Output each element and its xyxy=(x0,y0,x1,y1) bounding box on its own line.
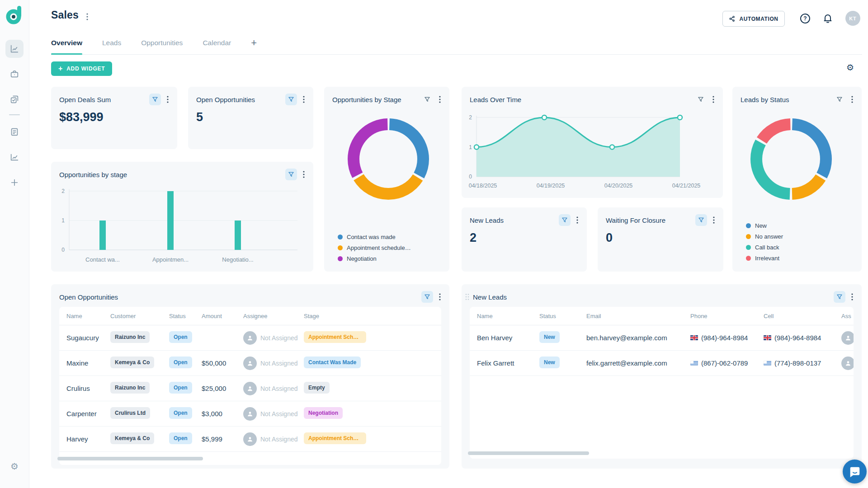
column-header[interactable]: Cell xyxy=(764,313,841,319)
widget-menu-kebab-icon[interactable] xyxy=(848,291,856,303)
filter-icon[interactable] xyxy=(285,94,297,105)
unassigned-avatar xyxy=(243,357,257,370)
filter-icon[interactable] xyxy=(695,94,707,105)
tab-overview[interactable]: Overview xyxy=(51,32,82,54)
column-header[interactable]: Phone xyxy=(690,313,764,319)
widget-menu-kebab-icon[interactable] xyxy=(164,94,172,105)
line-chart-icon xyxy=(9,152,19,162)
data-point[interactable] xyxy=(542,115,547,120)
sidebar-item-reports[interactable] xyxy=(5,123,24,141)
table-row[interactable]: Carpenter Crulirus Ltd Open $3,000 Not A… xyxy=(59,401,441,427)
lead-email: felix.garrett@example.com xyxy=(586,359,690,367)
add-widget-button[interactable]: + ADD WIDGET xyxy=(51,61,112,76)
data-point[interactable] xyxy=(474,145,479,150)
widget-menu-kebab-icon[interactable] xyxy=(436,94,444,105)
filter-icon[interactable] xyxy=(834,291,845,303)
page-title-menu-kebab-icon[interactable] xyxy=(83,11,91,23)
table-row[interactable]: Maxine Kemeya & Co Open $50,000 Not Assi… xyxy=(59,351,441,376)
bar[interactable] xyxy=(167,191,174,250)
legend-item[interactable]: Call back xyxy=(746,244,783,251)
widget-menu-kebab-icon[interactable] xyxy=(436,291,444,303)
legend-item[interactable]: Negotiation xyxy=(338,255,411,262)
legend-item[interactable]: No answer xyxy=(746,233,783,240)
data-point[interactable] xyxy=(678,115,682,120)
legend-item[interactable]: Irrelevant xyxy=(746,255,783,262)
column-header[interactable]: Amount xyxy=(202,313,243,319)
column-header[interactable]: Assignee xyxy=(243,313,304,319)
horizontal-scrollbar[interactable] xyxy=(468,451,589,455)
bar[interactable] xyxy=(235,221,241,250)
share-icon xyxy=(729,15,736,22)
widget-menu-kebab-icon[interactable] xyxy=(300,94,308,105)
widget-menu-kebab-icon[interactable] xyxy=(848,94,856,105)
legend-item[interactable]: Contact was made xyxy=(338,234,411,240)
assignee-cell: Not Assigned xyxy=(243,357,304,370)
automation-button[interactable]: AUTOMATION xyxy=(722,11,785,27)
filter-icon[interactable] xyxy=(421,291,433,303)
table-row[interactable]: Crulirus Raizuno Inc Open $25,000 Not As… xyxy=(59,376,441,401)
legend-item[interactable]: New xyxy=(746,222,783,229)
filter-icon[interactable] xyxy=(559,214,571,226)
chart-legend: New No answer Call back Irrelevant xyxy=(746,222,783,262)
settings-gear-icon[interactable]: ⚙ xyxy=(5,457,24,475)
sidebar-item-add[interactable] xyxy=(5,174,24,192)
svg-text:?: ? xyxy=(803,15,807,22)
column-header[interactable]: Status xyxy=(169,313,202,319)
table-header-row: NameStatusEmailPhoneCellAss xyxy=(470,307,854,325)
tab-leads[interactable]: Leads xyxy=(102,32,121,54)
dashboard-settings-gear-icon[interactable]: ⚙ xyxy=(846,62,854,73)
column-header[interactable]: Status xyxy=(539,313,586,319)
lead-phone: (867)-062-0789 xyxy=(690,359,764,367)
column-header[interactable]: Email xyxy=(586,313,690,319)
drag-handle-icon[interactable] xyxy=(465,293,469,300)
chat-launcher-button[interactable] xyxy=(843,460,867,483)
column-header[interactable]: Ass xyxy=(841,313,854,319)
table-row[interactable]: Felix Garrett New felix.garrett@example.… xyxy=(470,351,854,376)
filter-icon[interactable] xyxy=(149,94,161,105)
svg-text:1: 1 xyxy=(61,217,65,224)
filter-icon[interactable] xyxy=(834,94,845,105)
horizontal-scrollbar[interactable] xyxy=(57,457,203,460)
table-row[interactable]: Harvey Kemeya & Co Open $5,999 Not Assig… xyxy=(59,427,441,452)
tab-opportunities[interactable]: Opportunities xyxy=(141,32,183,54)
status-chip: Open xyxy=(169,407,192,419)
unassigned-avatar xyxy=(243,407,257,421)
sidebar-item-analytics[interactable] xyxy=(5,148,24,166)
table-row[interactable]: Ben Harvey New ben.harvey@example.com (9… xyxy=(470,325,854,351)
widget-title: Waiting For Closure xyxy=(606,216,695,224)
filter-icon[interactable] xyxy=(695,214,707,226)
widget-new-leads-count: New Leads 2 xyxy=(462,207,587,272)
svg-text:0: 0 xyxy=(469,174,472,180)
help-icon[interactable]: ? xyxy=(799,13,811,24)
widget-title: Open Deals Sum xyxy=(59,96,149,103)
svg-text:04/20/2025: 04/20/2025 xyxy=(604,183,633,189)
add-tab-button[interactable]: + xyxy=(251,38,257,48)
unassigned-avatar xyxy=(243,382,257,395)
widget-menu-kebab-icon[interactable] xyxy=(573,214,581,226)
sidebar-item-dashboard[interactable] xyxy=(5,40,24,58)
widget-menu-kebab-icon[interactable] xyxy=(710,214,718,226)
widget-title: Leads Over Time xyxy=(470,96,695,103)
legend-item[interactable]: Appointment schedule… xyxy=(338,244,411,251)
widget-menu-kebab-icon[interactable] xyxy=(709,94,717,105)
sidebar-item-deals[interactable] xyxy=(5,65,24,83)
data-point[interactable] xyxy=(610,145,614,150)
filter-icon[interactable] xyxy=(421,94,433,105)
notifications-bell-icon[interactable] xyxy=(822,13,834,24)
sidebar-item-activities[interactable] xyxy=(5,90,24,108)
tab-bar: OverviewLeadsOpportunitiesCalendar + xyxy=(51,32,862,55)
column-header[interactable]: Stage xyxy=(304,313,434,319)
assignee-cell: Not Assigned xyxy=(243,331,304,345)
bar[interactable] xyxy=(99,221,106,250)
open-opportunities-table: NameCustomerStatusAmountAssigneeStage Su… xyxy=(59,307,441,465)
plus-icon: + xyxy=(58,65,63,73)
table-row[interactable]: Sugaucury Raizuno Inc Open Not Assigned … xyxy=(59,325,441,351)
app-logo[interactable] xyxy=(6,5,23,24)
column-header[interactable]: Name xyxy=(477,313,539,319)
legend-dot xyxy=(338,256,343,261)
user-avatar[interactable]: KT xyxy=(845,11,860,26)
column-header[interactable]: Customer xyxy=(110,313,169,319)
tab-calendar[interactable]: Calendar xyxy=(203,32,231,54)
column-header[interactable]: Name xyxy=(66,313,110,319)
opportunity-name: Sugaucury xyxy=(66,334,110,342)
